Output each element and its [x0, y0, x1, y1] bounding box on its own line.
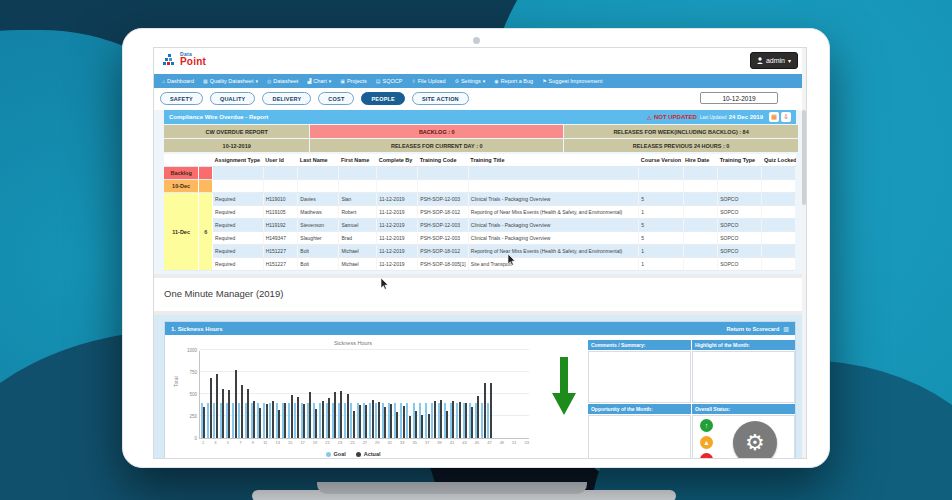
- status-amber-button[interactable]: ▲: [700, 436, 713, 449]
- scrollbar-track[interactable]: [802, 48, 806, 459]
- tab-delivery[interactable]: DELIVERY: [262, 92, 311, 105]
- nav-item-suggest-improvement[interactable]: ⚑Suggest Improvement: [542, 78, 602, 84]
- nav-item-label: Quality Datasheet: [210, 78, 254, 84]
- nav-item-quality-datasheet[interactable]: ▦Quality Datasheet▾: [203, 78, 258, 84]
- column-header[interactable]: Assignment Type: [213, 154, 264, 167]
- download-icon[interactable]: ⇩: [781, 112, 791, 122]
- return-to-scorecard-link[interactable]: Return to Scorecard: [726, 326, 779, 332]
- summary-releases-week: RELEASES FOR WEEK(INCLUDING BACKLOG) : 8…: [564, 125, 798, 138]
- actual-bar: [259, 408, 261, 438]
- legend-item-actual: Actual: [356, 451, 381, 457]
- x-tick-label: 35: [412, 440, 416, 445]
- nav-item-projects[interactable]: ▣Projects: [340, 78, 367, 84]
- tab-quality[interactable]: QUALITY: [210, 92, 256, 105]
- nav-item-dashboard[interactable]: ⌂Dashboard: [162, 78, 194, 84]
- table-cell: Required: [213, 245, 264, 258]
- actual-bar: [322, 401, 324, 438]
- table-row[interactable]: 10-Dec: [164, 180, 796, 193]
- table-row[interactable]: RequiredH151227BoltMichael11-12-2019PSH-…: [164, 258, 796, 271]
- table-row[interactable]: RequiredH149347SlaughterBrad11-12-2019PS…: [164, 232, 796, 245]
- column-header[interactable]: First Name: [339, 154, 377, 167]
- table-cell: Required: [213, 193, 264, 206]
- group-count: 6: [199, 193, 213, 271]
- table-cell: 11-12-2019: [377, 258, 418, 271]
- table-row[interactable]: 11-Dec6RequiredH119010DaviesSian11-12-20…: [164, 193, 796, 206]
- panel-body-overall-status[interactable]: ↑▲◆⚙Submit: [692, 415, 795, 459]
- nav-item-chart[interactable]: ▟Chart▾: [307, 78, 331, 84]
- panel-header-opportunity-of-the-month-: Opportunity of the Month:: [588, 404, 691, 414]
- green-down-arrow-icon: [552, 357, 576, 415]
- compliance-report-section: Compliance Wire Overdue - Report ⚠ NOT U…: [154, 110, 806, 274]
- column-header[interactable]: Last Name: [298, 154, 339, 167]
- table-row[interactable]: RequiredH119105MatthewsRobert11-12-2019P…: [164, 206, 796, 219]
- column-header[interactable]: Hire Date: [683, 154, 718, 167]
- table-cell: 11-12-2019: [377, 232, 418, 245]
- nav-item-report-a-bug[interactable]: ◉Report a Bug: [494, 78, 533, 84]
- table-cell: Brad: [339, 232, 377, 245]
- tab-site-action[interactable]: SITE ACTION: [412, 92, 469, 105]
- not-updated-status: NOT UPDATED: [654, 114, 697, 120]
- settings-circle-button[interactable]: ⚙: [733, 421, 777, 459]
- scrollbar-thumb[interactable]: [802, 110, 806, 205]
- column-header[interactable]: Quiz Locked: [762, 154, 796, 167]
- table-cell: Site and Transport: [468, 258, 639, 271]
- tab-safety[interactable]: SAFETY: [160, 92, 203, 105]
- gear-icon: ⚙: [454, 78, 458, 84]
- table-cell: 5: [639, 232, 683, 245]
- column-header[interactable]: Course Version: [639, 154, 683, 167]
- actual-bar: [465, 403, 467, 438]
- x-tick-label: 1: [202, 440, 204, 445]
- card-header: 1. Sickness Hours Return to Scorecard ▥: [165, 322, 795, 335]
- y-tick-label: 750: [189, 370, 197, 375]
- nav-item-file-upload[interactable]: ⇧File Upload: [411, 78, 445, 84]
- actual-bar: [384, 407, 386, 438]
- panel-header-highlight-of-the-month-: Highlight of the Month:: [692, 340, 795, 350]
- scorecard-icon[interactable]: ▥: [783, 325, 789, 332]
- chart-title: Sickness Hours: [165, 340, 541, 346]
- status-green-button[interactable]: ↑: [700, 419, 713, 432]
- table-cell: [468, 180, 639, 193]
- actual-bar: [452, 401, 454, 438]
- column-header[interactable]: Training Type: [718, 154, 762, 167]
- nav-item-settings[interactable]: ⚙Settings▾: [454, 78, 485, 84]
- x-tick-label: 25: [350, 440, 354, 445]
- actual-bar: [228, 390, 230, 438]
- table-cell: [377, 167, 418, 180]
- table-row[interactable]: Backlog: [164, 167, 796, 180]
- nav-item-datasheet[interactable]: ◎Datasheet: [267, 78, 298, 84]
- table-row[interactable]: RequiredH151227BoltMichael11-12-2019PSH-…: [164, 245, 796, 258]
- grid-icon: ▦: [203, 78, 208, 84]
- table-cell: [263, 167, 298, 180]
- status-red-button[interactable]: ◆: [700, 453, 713, 459]
- table-row[interactable]: RequiredH119192StevensonSamuel11-12-2019…: [164, 219, 796, 232]
- tab-cost[interactable]: COST: [318, 92, 354, 105]
- table-cell: Sian: [339, 193, 377, 206]
- column-header[interactable]: Complete By: [377, 154, 418, 167]
- table-cell: H149347: [263, 232, 298, 245]
- datapoint-logo[interactable]: Data Point: [163, 52, 206, 67]
- column-header[interactable]: User Id: [263, 154, 298, 167]
- actual-bar: [459, 402, 461, 438]
- date-input[interactable]: 10-12-2019: [700, 92, 778, 104]
- gear-icon: ⚙: [745, 430, 765, 456]
- column-header[interactable]: Training Title: [468, 154, 639, 167]
- category-tabs: SAFETYQUALITYDELIVERYCOSTPEOPLESITE ACTI…: [160, 92, 469, 105]
- panel-body[interactable]: [588, 351, 691, 403]
- panel-body[interactable]: [588, 415, 691, 459]
- actual-bar: [340, 391, 342, 438]
- nav-item-sqocp[interactable]: ▤SQOCP: [376, 78, 403, 84]
- actual-bar: [421, 415, 423, 438]
- table-cell: H119105: [263, 206, 298, 219]
- actual-bar: [409, 416, 411, 438]
- table-cell: Samuel: [339, 219, 377, 232]
- actual-bar: [434, 401, 436, 438]
- admin-menu-button[interactable]: admin ▾: [750, 52, 798, 69]
- table-cell: PSH-SOP-12-003: [418, 193, 469, 206]
- tab-people[interactable]: PEOPLE: [361, 92, 405, 105]
- y-tick-label: 500: [189, 392, 197, 397]
- table-cell: SOPCO: [718, 206, 762, 219]
- datapoint-logo-icon: [163, 53, 177, 67]
- column-header[interactable]: Training Code: [418, 154, 469, 167]
- panel-body[interactable]: [692, 351, 795, 403]
- export-icon[interactable]: ▦: [769, 112, 779, 122]
